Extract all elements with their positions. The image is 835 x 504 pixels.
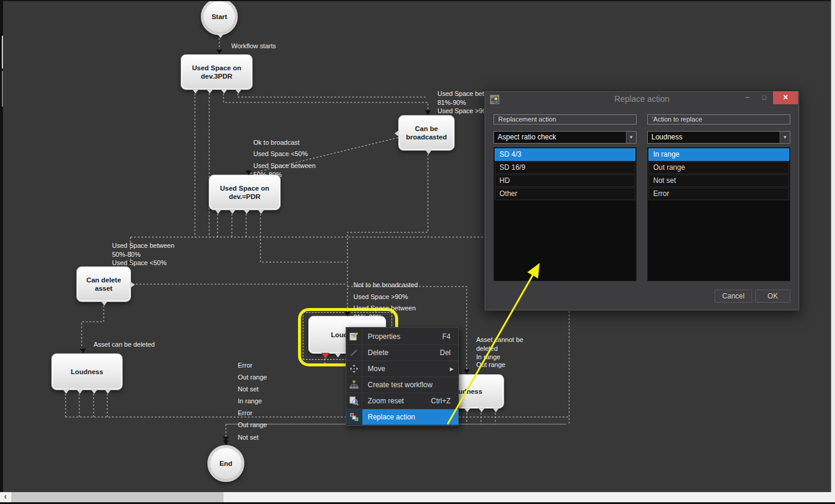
- edge-label: Used Space <50%: [253, 150, 308, 158]
- replacement-action-group-label: Replacement action: [493, 114, 637, 125]
- properties-icon: [346, 328, 362, 344]
- action-to-replace-combobox[interactable]: Loudness ▾: [647, 131, 790, 144]
- list-option-not-set[interactable]: Not set: [648, 175, 789, 187]
- node-used-space-devpdr[interactable]: Used Space on dev.=PDR: [209, 175, 281, 210]
- node-label: Used Space on dev.3PDR: [192, 64, 241, 81]
- connector-line: [347, 151, 428, 315]
- output-port[interactable]: [478, 407, 485, 412]
- action-to-replace-group-label: 'Action to replace: [647, 114, 790, 125]
- output-port[interactable]: [63, 389, 70, 394]
- node-label: Start: [212, 13, 227, 21]
- horizontal-scrollbar[interactable]: ‹: [0, 492, 835, 502]
- output-port[interactable]: [235, 89, 242, 94]
- zoom-reset-icon: [346, 393, 362, 409]
- output-port[interactable]: [91, 389, 98, 394]
- list-option-hd[interactable]: HD: [495, 175, 635, 187]
- list-option-other[interactable]: Other: [495, 188, 635, 200]
- edge-label: Asset can be deleted: [94, 340, 155, 349]
- output-port[interactable]: [217, 33, 224, 38]
- output-port[interactable]: [215, 209, 222, 214]
- menu-item-delete[interactable]: DeleteDel: [346, 344, 458, 360]
- list-option-in-range[interactable]: In range: [648, 148, 789, 161]
- menu-item-create-test-workflow[interactable]: Create test workflow: [346, 377, 458, 393]
- edge-label: Used Space between 50%-80% Used Space <5…: [112, 241, 175, 267]
- minimize-button[interactable]: –: [740, 91, 755, 104]
- cancel-button[interactable]: Cancel: [715, 290, 752, 303]
- edge-label: Asset cannot be deleted In range: [476, 335, 523, 362]
- arrowhead-icon: [216, 49, 222, 54]
- list-option-sd-4-3[interactable]: SD 4/3: [495, 148, 635, 161]
- output-port[interactable]: [206, 89, 213, 94]
- replace-action-icon: [346, 409, 362, 425]
- output-port[interactable]: [425, 150, 432, 154]
- edge-label: In range: [238, 397, 262, 406]
- node-can-delete-asset[interactable]: Can delete asset: [76, 266, 131, 302]
- list-option-error[interactable]: Error: [648, 188, 789, 200]
- output-port[interactable]: [76, 389, 83, 394]
- context-menu: PropertiesF4DeleteDelMove▶Create test wo…: [346, 327, 459, 426]
- node-loudness-1[interactable]: Loudness: [51, 353, 123, 390]
- input-port[interactable]: [395, 130, 399, 137]
- menu-item-label: Replace action: [362, 413, 458, 421]
- edge-label: Error: [238, 409, 252, 418]
- menu-item-label: Create test workflow: [362, 381, 458, 389]
- edge-label: Not set: [238, 385, 259, 394]
- workflow-icon: [346, 377, 362, 393]
- list-option-sd-16-9[interactable]: SD 16/9: [495, 161, 635, 174]
- menu-item-move[interactable]: Move▶: [346, 360, 458, 377]
- edge-label: Used Space between 50%-80%: [253, 161, 316, 179]
- edge-label: Error: [238, 361, 252, 370]
- output-port[interactable]: [257, 209, 265, 214]
- chevron-down-icon[interactable]: ▾: [626, 132, 636, 143]
- node-label: Loudness: [71, 368, 103, 376]
- connector-line: [224, 90, 428, 114]
- edge-label: Out range: [238, 421, 267, 430]
- output-port[interactable]: [104, 389, 111, 394]
- horizontal-scrollbar-thumb[interactable]: [11, 492, 224, 502]
- replacement-action-combobox-value: Aspect ratio check: [498, 133, 556, 141]
- scroll-left-icon[interactable]: ‹: [0, 492, 11, 502]
- dialog-titlebar[interactable]: Replace action – □ ×: [485, 91, 799, 108]
- list-option-out-range[interactable]: Out range: [648, 161, 789, 174]
- connector-line: [238, 90, 426, 97]
- chevron-down-icon[interactable]: ▾: [780, 132, 790, 143]
- node-label: End: [219, 459, 232, 468]
- menu-item-shortcut: Ctrl+Z: [431, 397, 458, 405]
- action-to-replace-list: In rangeOut rangeNot setError: [647, 147, 790, 281]
- edge-label: Ok to broadcast: [253, 138, 300, 147]
- top-edge: [0, 0, 835, 1]
- output-port[interactable]: [229, 209, 236, 214]
- left-panel-edge-segment: [2, 71, 3, 107]
- menu-item-label: Delete: [362, 349, 440, 357]
- delete-icon: [346, 345, 362, 360]
- output-port[interactable]: [221, 89, 228, 94]
- node-end[interactable]: End: [207, 445, 244, 482]
- menu-item-zoom-reset[interactable]: Zoom resetCtrl+Z: [346, 393, 458, 409]
- vertical-scrollbar[interactable]: [831, 0, 835, 504]
- close-button[interactable]: ×: [773, 91, 798, 104]
- edge-label: Not to be broadcasted: [353, 281, 418, 290]
- ok-button[interactable]: OK: [755, 290, 790, 303]
- maximize-button[interactable]: □: [756, 91, 772, 104]
- submenu-arrow-icon: ▶: [450, 366, 458, 372]
- menu-item-replace-action[interactable]: Replace action: [346, 409, 458, 425]
- node-can-be-broadcasted[interactable]: Can be broadcasted: [398, 115, 455, 151]
- arrowhead-icon: [246, 170, 252, 175]
- output-port[interactable]: [243, 209, 250, 214]
- left-panel-edge-segment: [2, 36, 3, 69]
- output-port[interactable]: [334, 353, 342, 357]
- node-label: Can delete asset: [86, 276, 121, 293]
- output-port[interactable]: [464, 407, 471, 412]
- edge-label: Workflow starts: [231, 42, 276, 51]
- replacement-action-combobox[interactable]: Aspect ratio check ▾: [493, 131, 637, 144]
- arrowhead-icon: [223, 440, 229, 445]
- error-port[interactable]: [321, 353, 330, 359]
- output-port[interactable]: [492, 407, 499, 412]
- output-port[interactable]: [130, 281, 135, 288]
- menu-item-shortcut: Del: [440, 349, 458, 357]
- output-port[interactable]: [101, 301, 108, 306]
- menu-item-properties[interactable]: PropertiesF4: [346, 328, 458, 344]
- node-used-space-dev3pdr[interactable]: Used Space on dev.3PDR: [181, 54, 253, 90]
- node-start[interactable]: Start: [201, 0, 238, 35]
- output-port[interactable]: [192, 89, 199, 94]
